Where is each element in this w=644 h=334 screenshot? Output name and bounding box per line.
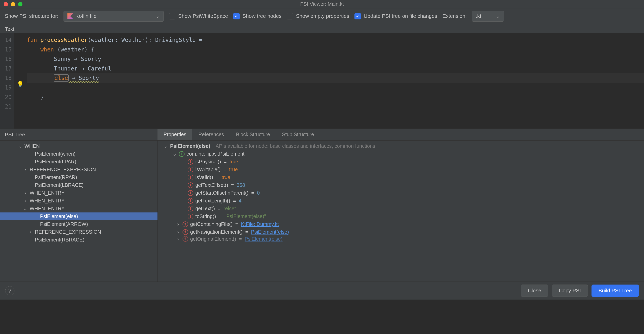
function-icon: f: [188, 198, 193, 204]
property-row[interactable]: f isValid() = true: [159, 173, 644, 181]
show-tree-nodes-checkbox[interactable]: ✓: [233, 13, 240, 19]
tab-properties[interactable]: Properties: [158, 129, 192, 140]
function-icon: f: [182, 229, 188, 235]
property-row[interactable]: f isPhysical() = true: [159, 158, 644, 166]
window-controls[interactable]: [0, 2, 22, 6]
intention-bulb-icon[interactable]: 💡: [17, 81, 24, 87]
toolbar: Show PSI structure for: Kotlin file ⌄ Sh…: [0, 8, 644, 24]
twisty-icon[interactable]: ›: [176, 236, 180, 242]
tree-node-label: PsiElement(else): [40, 213, 78, 219]
property-value: 368: [237, 182, 245, 188]
function-icon: f: [188, 182, 193, 188]
middle-bar: PSI Tree PropertiesReferencesBlock Struc…: [0, 129, 644, 141]
property-value: "PsiElement(else)": [224, 213, 266, 219]
tree-node[interactable]: ⌄ WHEN_ENTRY: [0, 205, 158, 212]
build-psi-tree-button[interactable]: Build PSI Tree: [592, 285, 639, 297]
tree-node[interactable]: PsiElement(LPAR): [0, 158, 158, 166]
tree-node-label: REFERENCE_EXPRESSION: [35, 229, 101, 235]
code-area[interactable]: fun processWeather(weather: Weather): Dr…: [25, 33, 644, 129]
close-button[interactable]: Close: [521, 285, 548, 297]
property-row[interactable]: f getTextLength() = 4: [159, 197, 644, 205]
tree-node-label: PsiElement(RBRACE): [35, 237, 84, 243]
zoom-window-icon[interactable]: [18, 2, 22, 6]
property-row[interactable]: › f getContainingFile() = KtFile: Dummy.…: [159, 220, 644, 228]
code-editor[interactable]: 1415161718192021 💡 fun processWeather(we…: [0, 33, 644, 129]
property-name: getNavigationElement(): [190, 229, 242, 235]
twisty-icon[interactable]: ›: [23, 167, 28, 172]
tree-node[interactable]: ⌄ WHEN: [0, 142, 158, 150]
property-value: true: [229, 167, 238, 172]
help-button[interactable]: ?: [5, 286, 14, 295]
property-name: getOriginalElement(): [190, 236, 236, 242]
close-window-icon[interactable]: [4, 2, 8, 6]
tree-node[interactable]: › REFERENCE_EXPRESSION: [0, 228, 158, 236]
property-row[interactable]: › f getOriginalElement() = PsiElement(el…: [159, 236, 644, 242]
tree-node[interactable]: PsiElement(LBRACE): [0, 181, 158, 189]
tab-stub-structure[interactable]: Stub Structure: [276, 129, 320, 140]
twisty-icon[interactable]: ›: [176, 221, 180, 227]
show-whitespace-label: Show PsiWhiteSpace: [178, 13, 228, 19]
tab-block-structure[interactable]: Block Structure: [230, 129, 276, 140]
tree-node[interactable]: PsiElement(ARROW): [0, 220, 158, 228]
tree-node[interactable]: PsiElement(when): [0, 150, 158, 158]
tree-node[interactable]: PsiElement(RPAR): [0, 173, 158, 181]
tree-node[interactable]: › WHEN_ENTRY: [0, 189, 158, 197]
property-value[interactable]: PsiElement(else): [245, 236, 282, 242]
tree-node-label: WHEN_ENTRY: [30, 190, 65, 196]
function-icon: f: [188, 206, 193, 211]
line-gutter: 1415161718192021: [0, 33, 14, 129]
tree-node[interactable]: › REFERENCE_EXPRESSION: [0, 166, 158, 173]
property-value[interactable]: PsiElement(else): [251, 229, 289, 235]
twisty-icon[interactable]: ›: [28, 229, 33, 235]
property-row[interactable]: f isWritable() = true: [159, 166, 644, 173]
tree-node-label: PsiElement(LBRACE): [35, 182, 84, 188]
property-row[interactable]: f getStartOffsetInParent() = 0: [159, 189, 644, 197]
property-row[interactable]: › f getNavigationElement() = PsiElement(…: [159, 228, 644, 236]
psi-tree[interactable]: ⌄ WHEN PsiElement(when) PsiElement(LPAR)…: [0, 141, 158, 282]
function-icon: f: [188, 167, 193, 172]
twisty-icon[interactable]: ›: [176, 229, 180, 235]
property-value: true: [230, 159, 238, 165]
property-name: getTextLength(): [195, 198, 230, 204]
twisty-icon[interactable]: ⌄: [23, 206, 28, 211]
property-value: 0: [257, 190, 260, 196]
extension-value: .kt: [476, 13, 481, 19]
twisty-icon[interactable]: ›: [23, 198, 28, 204]
extension-combo[interactable]: .kt ⌄: [472, 11, 504, 22]
property-row[interactable]: f getTextOffset() = 368: [159, 181, 644, 189]
function-icon: f: [188, 190, 193, 196]
property-name: getStartOffsetInParent(): [195, 190, 248, 196]
file-type-combo[interactable]: Kotlin file ⌄: [64, 11, 164, 22]
property-row[interactable]: f getText() = "else": [159, 205, 644, 212]
tree-node-label: WHEN_ENTRY: [30, 198, 65, 204]
show-empty-properties-checkbox[interactable]: [287, 13, 293, 19]
function-icon: f: [188, 175, 193, 180]
show-empty-properties-label: Show empty properties: [296, 13, 349, 19]
copy-psi-button[interactable]: Copy PSI: [552, 285, 588, 297]
tree-node-label: WHEN_ENTRY: [30, 206, 65, 211]
tree-node[interactable]: › WHEN_ENTRY: [0, 197, 158, 205]
psi-tree-label: PSI Tree: [0, 129, 158, 140]
property-value: 4: [239, 198, 242, 204]
chevron-down-icon: ⌄: [496, 13, 500, 19]
interface-icon: I: [179, 151, 184, 157]
tree-node[interactable]: PsiElement(RBRACE): [0, 236, 158, 244]
properties-pane[interactable]: ⌄ PsiElement(else) APIs available for no…: [158, 141, 644, 282]
twisty-icon[interactable]: ⌄: [172, 151, 177, 157]
property-value: "else": [224, 206, 236, 211]
twisty-icon[interactable]: ⌄: [163, 143, 168, 149]
tab-references[interactable]: References: [192, 129, 230, 140]
property-value[interactable]: KtFile: Dummy.kt: [241, 221, 279, 227]
twisty-icon[interactable]: ›: [23, 190, 28, 196]
show-whitespace-checkbox[interactable]: [169, 13, 175, 19]
update-tree-label: Update PSI tree on file changes: [364, 13, 437, 19]
twisty-icon[interactable]: ⌄: [18, 143, 22, 149]
property-row[interactable]: f toString() = "PsiElement(else)": [159, 212, 644, 220]
tree-node[interactable]: PsiElement(else): [0, 212, 158, 220]
editor-section-label: Text: [0, 24, 644, 33]
interface-header: ⌄ I com.intellij.psi.PsiElement: [159, 150, 644, 158]
function-icon: f: [188, 214, 193, 219]
window-title: PSI Viewer: Main.kt: [300, 1, 344, 7]
update-tree-checkbox[interactable]: ✓: [354, 13, 361, 19]
minimize-window-icon[interactable]: [11, 2, 15, 6]
